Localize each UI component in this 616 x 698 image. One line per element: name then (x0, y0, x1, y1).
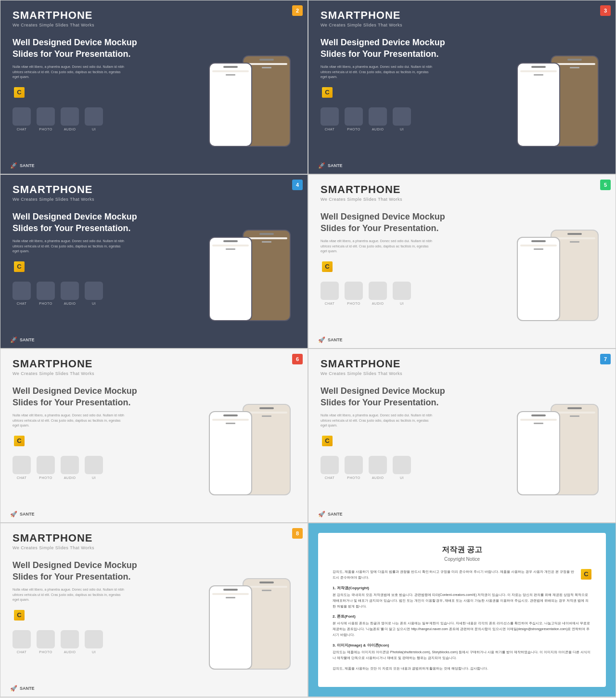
photo-label-1: PHOTO (39, 128, 52, 131)
phone-screen-back-7 (246, 586, 287, 588)
audio-icon-square-6 (369, 456, 387, 474)
slide-content-7: Well Designed Device Mockup Slides for Y… (0, 555, 308, 695)
chat-label-5: CHAT (17, 476, 27, 479)
audio-icon-square-4 (369, 282, 387, 300)
icon-photo-2: PHOTO (345, 107, 363, 131)
copyright-section-text-2: 본 서식에 사용된 폰트는 한글과 영어로 나는 폰트 사용에는 일부 제한이 … (333, 620, 591, 638)
phone-speaker-front-1 (223, 66, 238, 68)
slide-right-4 (507, 211, 603, 344)
phone-front-6 (517, 411, 560, 495)
slide-title-4: SMARTPHONE (308, 175, 616, 197)
chat-icon-square-7 (13, 630, 31, 648)
icon-row-6: CHAT PHOTO AUDIO UI (321, 456, 502, 479)
phone-speaker-front-6 (531, 414, 546, 416)
slide-left-1: Well Designed Device Mockup Slides for Y… (13, 37, 199, 169)
slide-subtitle-7: We Creates Simple Slides That Works (0, 545, 308, 555)
phone-screen-back-1 (246, 63, 287, 65)
slide-title-5: SMARTPHONE (0, 349, 308, 371)
icon-row-5: CHAT PHOTO AUDIO UI (13, 456, 194, 479)
slide-6: 7 SMARTPHONE We Creates Simple Slides Th… (308, 349, 616, 523)
slide-subtitle-6: We Creates Simple Slides That Works (308, 371, 616, 381)
slide-5: 6 SMARTPHONE We Creates Simple Slides Th… (0, 349, 308, 523)
icon-audio-1: AUDIO (61, 107, 79, 131)
footer-label-2: SANTE (328, 163, 343, 168)
icon-audio-6: AUDIO (369, 456, 387, 479)
ui-icon-square-5 (85, 456, 103, 474)
slide-left-4: Well Designed Device Mockup Slides for Y… (321, 211, 507, 344)
phone-mockup-3 (204, 220, 291, 336)
icon-ui-7: UI (85, 630, 103, 654)
copyright-section-title-3: 3. 이미지(Image) & 아이콘(Icon) (333, 643, 591, 648)
slide-footer-6: 🚀 SANTE (318, 511, 343, 517)
slide-7: 8 SMARTPHONE We Creates Simple Slides Th… (0, 523, 308, 697)
icon-chat-5: CHAT (13, 456, 31, 479)
chat-icon-square-1 (13, 107, 31, 126)
phone-screen-back-3 (246, 237, 287, 239)
phone-button-front-4 (534, 248, 543, 250)
icon-chat-7: CHAT (13, 630, 31, 654)
audio-icon-square-2 (369, 107, 387, 126)
photo-icon-square-5 (37, 456, 55, 474)
icon-photo-5: PHOTO (37, 456, 55, 479)
icon-photo-6: PHOTO (345, 456, 363, 479)
phone-speaker-back-3 (259, 233, 274, 235)
audio-label-1: AUDIO (64, 128, 76, 131)
slide-number-4: 5 (600, 180, 611, 190)
phone-mockup-6 (512, 394, 599, 510)
audio-label-4: AUDIO (372, 302, 384, 305)
audio-label-3: AUDIO (64, 302, 76, 305)
slide-number-3: 4 (292, 180, 303, 190)
slide-footer-7: 🚀 SANTE (10, 685, 35, 692)
phone-button-back-7 (262, 590, 271, 591)
phone-button-back-6 (570, 415, 579, 417)
slide-left-6: Well Designed Device Mockup Slides for Y… (321, 386, 507, 518)
phone-speaker-back-4 (567, 233, 582, 235)
photo-icon-square-4 (345, 282, 363, 300)
slide-title-6: SMARTPHONE (308, 349, 616, 371)
copyright-section-3: 3. 이미지(Image) & 아이콘(Icon) 강의도는 제품에는 이미지와… (333, 643, 591, 661)
phone-button-back-5 (262, 415, 271, 417)
footer-label-3: SANTE (20, 337, 35, 342)
slide-right-7 (199, 560, 295, 692)
photo-label-2: PHOTO (347, 128, 360, 131)
copyright-c-logo: C (581, 569, 591, 580)
slide-content-6: Well Designed Device Mockup Slides for Y… (308, 381, 616, 520)
phone-speaker-back-2 (567, 59, 582, 61)
main-heading-3: Well Designed Device Mockup Slides for Y… (13, 211, 194, 234)
chat-label-4: CHAT (325, 302, 335, 305)
phone-screen-front-5 (212, 419, 249, 421)
phone-mockup-5 (204, 394, 291, 510)
ui-icon-square-3 (85, 282, 103, 300)
rocket-icon-4: 🚀 (318, 336, 325, 343)
icon-chat-3: CHAT (13, 282, 31, 305)
phone-button-back-2 (570, 67, 579, 68)
phone-button-front-1 (226, 74, 235, 76)
ui-label-1: UI (92, 128, 96, 131)
phone-speaker-back-1 (259, 59, 274, 61)
slide-1: 2 SMARTPHONE We Creates Simple Slides Th… (0, 0, 308, 174)
phone-button-front-2 (534, 74, 543, 76)
body-text-7: Nulla vitae elit libero, a pharetra augu… (13, 587, 128, 603)
chat-label-1: CHAT (17, 128, 27, 131)
slide-subtitle-3: We Creates Simple Slides That Works (0, 197, 308, 207)
body-text-1: Nulla vitae elit libero, a pharetra augu… (13, 65, 128, 80)
icon-chat-2: CHAT (321, 107, 339, 131)
ui-icon-square-4 (393, 282, 411, 300)
photo-label-7: PHOTO (39, 650, 52, 654)
phone-front-3 (209, 237, 252, 321)
copyright-section-4: 강의도, 제품을 사용하는 것만 이 자료의 모든 내용과 광범위하게 활용하는… (333, 666, 591, 672)
icon-chat-4: CHAT (321, 282, 339, 305)
audio-icon-square-1 (61, 107, 79, 126)
slide-title-2: SMARTPHONE (308, 0, 616, 23)
slide-left-7: Well Designed Device Mockup Slides for Y… (13, 560, 199, 692)
icon-row-1: CHAT PHOTO AUDIO UI (13, 107, 194, 131)
slide-subtitle-4: We Creates Simple Slides That Works (308, 197, 616, 207)
slide-footer-1: 🚀 SANTE (10, 162, 35, 169)
icon-ui-1: UI (85, 107, 103, 131)
photo-icon-square-1 (37, 107, 55, 126)
copyright-title: 저작권 공고 (333, 545, 591, 555)
photo-label-5: PHOTO (39, 476, 52, 479)
ui-icon-square-1 (85, 107, 103, 126)
slide-copyright: 저작권 공고 Copyright Notice C 강의도, 제품을 사용하기 … (308, 523, 616, 697)
slide-title-1: SMARTPHONE (0, 0, 308, 23)
